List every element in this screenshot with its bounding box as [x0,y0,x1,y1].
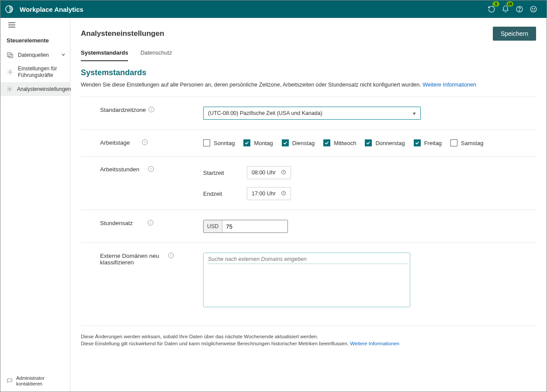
rate-label: Stundensatz [100,220,133,226]
info-icon[interactable]: i [148,166,154,172]
workday-checkbox-4[interactable]: Donnerstag [365,139,405,146]
sidebar-item-leadership-settings[interactable]: Einstellungen für Führungskräfte [0,62,70,82]
info-icon[interactable]: i [149,107,154,112]
rate-input-group: USD [203,220,288,233]
sidebar-contact-admin[interactable]: Administrator kontaktieren [0,371,70,392]
svg-point-12 [9,88,10,90]
more-info-link[interactable]: Weitere Informationen [422,82,476,88]
help-icon[interactable] [512,2,526,16]
checkbox-box [282,139,289,146]
info-icon[interactable]: i [148,220,153,225]
caret-down-icon: ▾ [413,110,416,117]
workday-label: Freitag [424,140,442,146]
save-button[interactable]: Speichern [493,27,536,41]
svg-point-11 [9,71,11,73]
workday-label: Mittwoch [334,140,356,146]
workday-checkbox-0[interactable]: Sonntag [203,139,235,146]
gear-icon [7,69,14,76]
workhours-label: Arbeitsstunden [100,166,139,173]
workdays-label: Arbeitstage [100,139,130,146]
start-time-input[interactable]: 08:00 Uhr [247,166,291,179]
section-description-text: Wenden Sie diese Einstellungen auf alle … [81,82,421,88]
workday-checkbox-6[interactable]: Samstag [450,139,483,146]
svg-point-2 [519,10,519,11]
chevron-down-icon [61,52,66,58]
currency-label: USD [204,220,222,232]
checkbox-box [243,139,250,146]
content-area: Analysteneinstellungen Speichern Systems… [70,18,547,392]
timezone-label: Standardzeitzone [100,107,146,113]
rewind-icon[interactable]: 3 [485,2,499,16]
info-icon[interactable]: i [168,253,174,258]
workday-label: Donnerstag [375,140,405,146]
svg-rect-10 [9,54,13,58]
info-icon[interactable]: i [142,139,148,145]
checkbox-box [414,139,421,146]
bell-icon[interactable]: 18 [499,2,512,16]
checkbox-box [450,139,457,146]
sidebar-item-label: Datenquellen [18,52,61,59]
more-info-link-2[interactable]: Weitere Informationen [350,341,399,346]
start-time-value: 08:00 Uhr [252,170,276,176]
tab-privacy[interactable]: Datenschutz [140,46,172,61]
domains-searchbox [203,253,410,307]
workday-label: Dienstag [292,140,315,146]
sidebar-section-title: Steuerelemente [0,32,70,48]
page-title: Analysteneinstellungen [81,29,164,38]
tabs: Systemstandards Datenschutz [81,46,536,61]
tab-system-defaults[interactable]: Systemstandards [81,46,128,61]
top-bar: Workplace Analytics 3 18 [0,0,547,18]
domains-input[interactable] [207,256,408,264]
workday-label: Sonntag [214,140,235,146]
note-2-text: Diese Einstellung gilt rückwirkend für D… [81,341,349,346]
checkbox-box [323,139,330,146]
end-time-input[interactable]: 17:00 Uhr [247,187,291,200]
start-time-label: Startzeit [203,170,247,176]
svg-rect-9 [7,53,11,57]
checkbox-box [203,139,210,146]
section-description: Wenden Sie diese Einstellungen auf alle … [81,82,536,88]
svg-point-5 [534,8,535,9]
workday-label: Montag [254,140,273,146]
clock-icon [281,191,286,197]
sidebar-item-label: Analysteneinstellungen [17,86,71,93]
svg-point-3 [530,6,537,12]
timezone-value: (UTC-08:00) Pazifische Zeit (USA und Kan… [208,110,322,116]
section-heading: Systemstandards [81,68,536,77]
svg-point-4 [532,8,533,9]
sidebar: Steuerelemente Datenquellen Einstellunge… [0,18,70,392]
clock-icon [281,170,286,176]
sidebar-item-analyst-settings[interactable]: Analysteneinstellungen [0,82,70,96]
sidebar-footer-label: Administrator kontaktieren [16,375,64,388]
note-2: Diese Einstellung gilt rückwirkend für D… [81,341,536,346]
note-1: Diese Änderungen werden wirksam, sobald … [81,334,536,339]
app-logo-icon [0,0,18,18]
end-time-value: 17:00 Uhr [252,191,276,197]
workday-label: Samstag [461,140,483,146]
gear-icon [7,86,13,93]
workday-checkbox-1[interactable]: Montag [243,139,273,146]
domains-label: Externe Domänen neu klassifizieren [100,253,166,266]
smile-icon[interactable] [526,2,540,16]
chat-icon [7,378,13,385]
hamburger-icon[interactable] [0,18,70,32]
workday-checkbox-2[interactable]: Dienstag [282,139,315,146]
sidebar-item-datasources[interactable]: Datenquellen [0,48,70,62]
rate-input[interactable] [222,220,288,232]
end-time-label: Endzeit [203,191,247,197]
workday-checkbox-3[interactable]: Mittwoch [323,139,356,146]
checkbox-box [365,139,372,146]
timezone-select[interactable]: (UTC-08:00) Pazifische Zeit (USA und Kan… [203,107,421,120]
app-title: Workplace Analytics [20,6,83,13]
sidebar-item-label: Einstellungen für Führungskräfte [18,66,66,79]
workday-checkbox-5[interactable]: Freitag [414,139,442,146]
datasource-icon [7,52,14,59]
